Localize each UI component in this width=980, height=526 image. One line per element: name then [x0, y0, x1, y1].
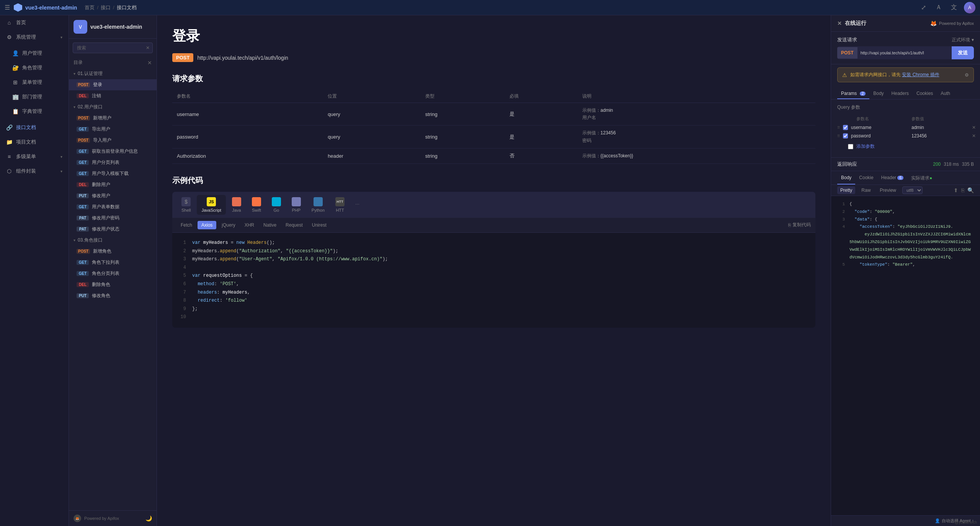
param-name-username: username	[172, 103, 323, 126]
rp-response-tab-body[interactable]: Body	[837, 173, 855, 185]
rp-tabs: Params 2 Body Headers Cookies Auth	[831, 85, 980, 100]
fullscreen-icon[interactable]: ⤢	[918, 2, 929, 13]
translate-icon[interactable]: 文	[949, 2, 959, 13]
tree-item-add-user[interactable]: POST 新增用户	[69, 113, 157, 124]
sidebar-item-sys[interactable]: ⚙ 系统管理 ▾	[0, 30, 69, 44]
param-checkbox-password[interactable]	[843, 133, 848, 139]
tab-javascript[interactable]: JS JavaScript	[197, 195, 225, 215]
tab-shell[interactable]: $ Shell	[177, 195, 195, 215]
param-checkbox-add[interactable]	[848, 144, 853, 149]
sidebar-item-user[interactable]: 👤 用户管理	[0, 46, 69, 60]
rp-response-tab-cookie[interactable]: Cookie	[855, 173, 877, 185]
install-chrome-link[interactable]: 安装 Chrome 插件	[902, 72, 939, 77]
tree-item-user-template[interactable]: GET 用户导入模板下载	[69, 168, 157, 179]
rp-url-input[interactable]	[858, 47, 952, 58]
search-input[interactable]	[73, 42, 153, 53]
tree-item-export-user[interactable]: GET 导出用户	[69, 124, 157, 135]
tree-item-user-form[interactable]: GET 用户表单数据	[69, 201, 157, 212]
encoding-select[interactable]: utf8	[902, 186, 923, 194]
tab-more[interactable]: ⋯	[351, 200, 364, 209]
tab-swift[interactable]: Swift	[247, 195, 266, 215]
breadcrumb-home[interactable]: 首页	[85, 4, 95, 11]
sub-tab-xhr[interactable]: XHR	[241, 221, 258, 229]
jnum-3: 3	[837, 216, 845, 224]
drag-icon-2[interactable]: ⠿	[837, 134, 840, 138]
breadcrumb-api[interactable]: 接口	[101, 4, 111, 11]
tree-item-update-user[interactable]: PUT 修改用户	[69, 190, 157, 201]
rp-tab-auth[interactable]: Auth	[937, 88, 954, 99]
moon-icon[interactable]: 🌙	[145, 515, 152, 521]
drag-icon-1[interactable]: ⠿	[837, 126, 840, 130]
avatar[interactable]: A	[964, 2, 975, 13]
rp-tab-headers[interactable]: Headers	[888, 88, 913, 99]
param-del-username[interactable]: ✕	[972, 125, 976, 130]
preview-button[interactable]: Preview	[877, 186, 899, 194]
rp-response-tab-actual[interactable]: 实际请求●	[907, 173, 936, 185]
sub-tab-jquery[interactable]: jQuery	[218, 221, 239, 229]
sidebar-item-dept[interactable]: 🏢 部门管理	[0, 90, 69, 104]
sub-tab-axios[interactable]: Axios	[198, 221, 216, 229]
pretty-button[interactable]: Pretty	[837, 186, 855, 194]
copy-response-icon[interactable]: ⎘	[961, 187, 964, 193]
rp-response-tab-header[interactable]: Header 6	[877, 173, 907, 185]
param-key-password[interactable]	[851, 133, 908, 139]
tab-java[interactable]: Java	[227, 195, 246, 215]
add-param-button[interactable]: 添加参数	[856, 142, 875, 151]
font-size-icon[interactable]: Ａ	[933, 2, 944, 13]
sidebar-item-proj[interactable]: 📁 项目文档	[0, 135, 69, 149]
tree-group-header-role[interactable]: ▾ 03.角色接口	[69, 235, 157, 246]
dir-close-icon[interactable]: ✕	[147, 60, 152, 66]
tree-item-import-user[interactable]: POST 导入用户	[69, 135, 157, 146]
copy-code-button[interactable]: ⎘ 复制代码	[788, 222, 811, 228]
rp-close-icon[interactable]: ✕	[837, 20, 842, 26]
rp-tab-params[interactable]: Params 2	[837, 88, 869, 99]
code-line-8: 8 redirect: 'follow'	[178, 297, 809, 305]
sidebar-item-api[interactable]: 🔗 接口文档	[0, 120, 69, 135]
tab-go[interactable]: Go	[267, 195, 286, 215]
tree-item-add-role[interactable]: POST 新增角色	[69, 246, 157, 257]
param-val-username[interactable]	[911, 125, 969, 130]
sub-tab-unirest[interactable]: Unirest	[308, 221, 330, 229]
sub-tab-request[interactable]: Request	[282, 221, 307, 229]
tree-item-role-dropdown[interactable]: GET 角色下拉列表	[69, 257, 157, 268]
sidebar-item-dict[interactable]: 📋 字典管理	[0, 104, 69, 119]
sidebar-item-role[interactable]: 🔐 角色管理	[0, 60, 69, 75]
rp-send-button[interactable]: 发送	[952, 46, 974, 59]
tree-item-login[interactable]: POST 登录	[69, 79, 157, 90]
upload-icon[interactable]: ⬆	[954, 187, 958, 193]
tree-item-del-role[interactable]: DEL 删除角色	[69, 279, 157, 290]
sub-tab-native[interactable]: Native	[260, 221, 280, 229]
tree-group-header-user[interactable]: ▾ 02.用户接口	[69, 101, 157, 113]
sidebar-item-comp[interactable]: ⬡ 组件封装 ▾	[0, 164, 69, 178]
param-key-username[interactable]	[851, 125, 908, 130]
param-val-password[interactable]	[911, 133, 969, 139]
tree-item-update-role[interactable]: PUT 修改角色	[69, 290, 157, 301]
rp-tab-cookies[interactable]: Cookies	[913, 88, 937, 99]
sidebar-item-menu[interactable]: ⊞ 菜单管理	[0, 75, 69, 90]
search-clear-icon[interactable]: ✕	[146, 45, 150, 51]
tab-php[interactable]: PHP	[287, 195, 305, 215]
more-icon: ⋯	[355, 202, 359, 207]
sub-tab-fetch[interactable]: Fetch	[177, 221, 196, 229]
sidebar-item-home[interactable]: ⌂ 首页	[0, 15, 69, 30]
search-response-icon[interactable]: 🔍	[967, 187, 974, 193]
raw-button[interactable]: Raw	[858, 186, 874, 194]
sidebar-item-multimenu[interactable]: ≡ 多级菜单 ▾	[0, 149, 69, 164]
tree-item-logout[interactable]: DEL 注销	[69, 90, 157, 101]
tree-item-role-page[interactable]: GET 角色分页列表	[69, 268, 157, 279]
tree-item-update-status[interactable]: PAT 修改用户状态	[69, 224, 157, 235]
rp-tab-body[interactable]: Body	[869, 88, 887, 99]
tree-group-header-auth[interactable]: ▾ 01.认证管理	[69, 68, 157, 79]
breadcrumb-sep1: /	[97, 5, 98, 10]
tab-htt[interactable]: HTT HTT	[331, 195, 349, 215]
rp-settings-icon[interactable]: ⚙	[965, 72, 969, 78]
menu-icon[interactable]: ☰	[5, 4, 10, 11]
tree-item-current-user[interactable]: GET 获取当前登录用户信息	[69, 146, 157, 157]
tab-python[interactable]: Python	[307, 195, 329, 215]
tree-item-user-page[interactable]: GET 用户分页列表	[69, 157, 157, 168]
param-checkbox-username[interactable]	[843, 125, 848, 130]
rp-env-selector[interactable]: 正式环境 ▾	[952, 37, 974, 43]
tree-item-del-user[interactable]: DEL 删除用户	[69, 179, 157, 190]
tree-item-update-pwd[interactable]: PAT 修改用户密码	[69, 212, 157, 224]
param-del-password[interactable]: ✕	[972, 133, 976, 139]
